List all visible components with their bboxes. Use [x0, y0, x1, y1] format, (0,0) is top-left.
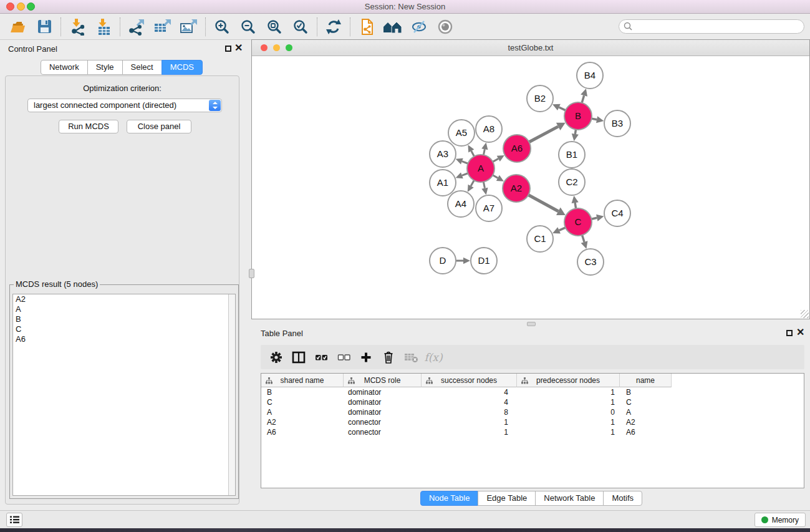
- float-panel-icon[interactable]: [225, 46, 231, 52]
- select-all-columns-button[interactable]: [311, 347, 332, 367]
- export-image-button[interactable]: [176, 16, 202, 38]
- graph-edge-A-A4[interactable]: [471, 180, 474, 186]
- table-cell[interactable]: dominator: [344, 398, 422, 407]
- table-row[interactable]: Cdominator41C: [261, 397, 804, 407]
- table-cell[interactable]: A: [261, 408, 344, 417]
- close-traffic-light[interactable]: [6, 2, 14, 11]
- column-header-predecessor-nodes[interactable]: predecessor nodes: [517, 374, 620, 387]
- zoom-in-button[interactable]: [209, 16, 235, 38]
- table-cell[interactable]: 4: [422, 398, 517, 407]
- delete-table-button[interactable]: [400, 347, 422, 367]
- close-panel-icon[interactable]: ✕: [234, 42, 243, 54]
- zoom-out-button[interactable]: [235, 16, 261, 38]
- mcds-result-item[interactable]: C: [13, 324, 235, 334]
- mcds-result-item[interactable]: A6: [13, 334, 235, 344]
- mcds-result-list[interactable]: A2ABCA6: [12, 294, 236, 496]
- optimization-select[interactable]: largest connected component (directed): [27, 99, 222, 112]
- home-button[interactable]: [380, 16, 406, 38]
- node-table[interactable]: shared nameMCDS rolesuccessor nodesprede…: [261, 373, 804, 488]
- delete-column-button[interactable]: [378, 347, 399, 367]
- table-row[interactable]: A6connector11A6: [261, 427, 804, 437]
- table-row[interactable]: Adominator80A: [261, 407, 804, 417]
- show-columns-button[interactable]: [288, 347, 309, 367]
- table-cell[interactable]: A6: [620, 428, 672, 437]
- table-cell[interactable]: A: [620, 408, 672, 417]
- column-header-shared-name[interactable]: shared name: [261, 374, 344, 387]
- graph-edge-B-B4[interactable]: [582, 95, 584, 103]
- mcds-result-item[interactable]: B: [13, 314, 235, 324]
- table-cell[interactable]: 1: [422, 428, 517, 437]
- scrollbar[interactable]: [228, 294, 235, 495]
- export-table-button[interactable]: [150, 16, 176, 38]
- tab-style[interactable]: Style: [87, 60, 123, 75]
- minimize-traffic-light[interactable]: [17, 2, 25, 11]
- tab-select[interactable]: Select: [122, 60, 162, 75]
- graph-edge-C-C1[interactable]: [559, 228, 566, 231]
- duplicate-network-button[interactable]: [354, 16, 380, 38]
- maximize-traffic-light[interactable]: [286, 44, 292, 51]
- table-cell[interactable]: B: [620, 388, 672, 397]
- table-cell[interactable]: B: [261, 388, 344, 397]
- table-row[interactable]: A2connector11A2: [261, 417, 804, 427]
- column-header-name[interactable]: name: [620, 374, 672, 387]
- table-cell[interactable]: 1: [422, 418, 517, 427]
- table-cell[interactable]: A2: [261, 418, 344, 427]
- graph-edge-A6-B[interactable]: [529, 127, 558, 142]
- deselect-all-columns-button[interactable]: [333, 347, 354, 367]
- maximize-traffic-light[interactable]: [27, 2, 35, 11]
- table-row[interactable]: Bdominator41B: [261, 387, 804, 397]
- table-cell[interactable]: A6: [261, 428, 344, 437]
- mcds-result-item[interactable]: A: [13, 304, 235, 314]
- window-resize-grip[interactable]: [801, 310, 809, 318]
- graph-edge-C-C2[interactable]: [575, 203, 576, 208]
- table-cell[interactable]: 0: [517, 408, 620, 417]
- tab-edge-table[interactable]: Edge Table: [478, 491, 536, 506]
- graph-edge-A2-C[interactable]: [528, 195, 558, 211]
- close-panel-icon[interactable]: ✕: [796, 326, 804, 339]
- tab-mcds[interactable]: MCDS: [162, 60, 203, 75]
- tab-network[interactable]: Network: [41, 60, 88, 75]
- table-cell[interactable]: connector: [344, 418, 422, 427]
- graph-edge-A-A8[interactable]: [483, 149, 485, 155]
- table-cell[interactable]: C: [620, 398, 672, 407]
- close-panel-button[interactable]: Close panel: [127, 120, 191, 133]
- import-table-button[interactable]: [90, 16, 117, 38]
- refresh-button[interactable]: [321, 16, 347, 38]
- network-window-titlebar[interactable]: testGlobe.txt: [252, 40, 809, 56]
- table-cell[interactable]: dominator: [344, 408, 422, 417]
- float-panel-icon[interactable]: [786, 330, 793, 336]
- network-canvas[interactable]: AA1A2A3A4A5A6A7A8BB1B2B3B4CC1C2C3C4DD1: [252, 56, 809, 319]
- memory-button[interactable]: Memory: [755, 513, 806, 527]
- open-session-button[interactable]: [5, 16, 31, 38]
- table-cell[interactable]: dominator: [344, 388, 422, 397]
- graph-edge-A-A6[interactable]: [493, 158, 498, 162]
- table-cell[interactable]: C: [261, 398, 344, 407]
- graph-edge-A-A2[interactable]: [493, 175, 498, 178]
- graph-edge-B-B2[interactable]: [559, 107, 566, 110]
- run-mcds-button[interactable]: Run MCDS: [59, 120, 118, 133]
- minimize-traffic-light[interactable]: [273, 44, 280, 51]
- table-cell[interactable]: 8: [422, 408, 517, 417]
- column-header-MCDS-role[interactable]: MCDS role: [344, 374, 422, 387]
- zoom-fit-button[interactable]: [261, 16, 287, 38]
- task-history-button[interactable]: [6, 513, 22, 527]
- graph-edge-A-A1[interactable]: [462, 173, 468, 176]
- table-cell[interactable]: 1: [517, 398, 620, 407]
- table-cell[interactable]: connector: [344, 428, 422, 437]
- table-settings-button[interactable]: [266, 347, 287, 367]
- graph-edge-C-C3[interactable]: [582, 235, 584, 242]
- tab-node-table[interactable]: Node Table: [420, 491, 479, 506]
- table-cell[interactable]: 4: [422, 388, 517, 397]
- tab-motifs[interactable]: Motifs: [603, 491, 642, 506]
- search-input[interactable]: [619, 19, 804, 34]
- import-network-button[interactable]: [64, 16, 90, 38]
- function-builder-button[interactable]: f(x): [423, 347, 444, 367]
- graph-edge-A-A5[interactable]: [471, 151, 475, 157]
- show-graphics-details-button[interactable]: [432, 16, 458, 38]
- graph-edge-B-B1[interactable]: [575, 130, 576, 134]
- graph-edge-A-A3[interactable]: [462, 162, 468, 164]
- table-cell[interactable]: 1: [517, 388, 620, 397]
- table-cell[interactable]: 1: [517, 428, 620, 437]
- table-cell[interactable]: A2: [620, 418, 672, 427]
- close-traffic-light[interactable]: [261, 44, 268, 51]
